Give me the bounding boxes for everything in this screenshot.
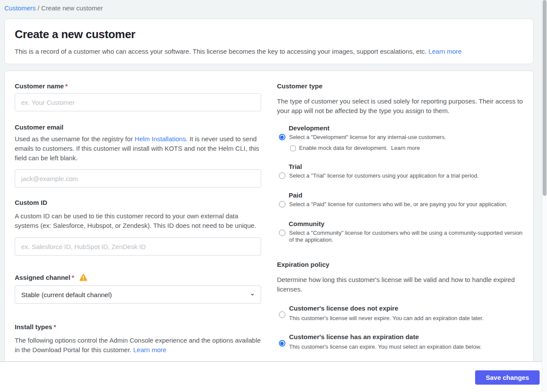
breadcrumb-customers-link[interactable]: Customers — [4, 4, 36, 12]
required-asterisk: * — [65, 82, 68, 90]
customer-email-description: Used as the username for the registry fo… — [15, 134, 261, 163]
form-card: Customer name* Customer email Used as th… — [4, 71, 534, 374]
form-left-column: Customer name* Customer email Used as th… — [15, 82, 261, 355]
paid-radio[interactable] — [279, 201, 285, 207]
community-option-description: Select a "Community" license for custome… — [289, 230, 524, 243]
custom-id-label: Custom ID — [15, 199, 261, 206]
install-types-label-text: Install types — [15, 323, 52, 330]
assigned-channel-label: Assigned channel* — [15, 274, 261, 281]
customer-name-input[interactable] — [15, 93, 261, 111]
assigned-channel-select[interactable]: Stable (current default channel) — [15, 285, 261, 304]
customer-email-input[interactable] — [15, 169, 261, 188]
customer-type-option-paid: Paid Select a "Paid" license for custome… — [277, 191, 524, 208]
community-option-label: Community — [289, 220, 524, 227]
breadcrumb-current: Create new customer — [41, 4, 103, 12]
customer-type-heading: Customer type — [277, 82, 524, 90]
development-option-label: Development — [289, 124, 524, 132]
required-asterisk: * — [71, 274, 74, 281]
form-right-column: Customer type The type of customer you s… — [277, 82, 524, 355]
footer-action-bar: Save changes — [0, 361, 547, 392]
header-card: Create a new customer This is a record o… — [4, 19, 534, 64]
mock-data-checkbox-label: Enable mock data for development. — [299, 145, 388, 152]
save-changes-button[interactable]: Save changes — [475, 370, 540, 385]
scrollbar-thumb[interactable] — [543, 0, 547, 196]
page-title: Create a new customer — [15, 28, 523, 41]
customer-type-option-community: Community Select a "Community" license f… — [277, 220, 524, 243]
customer-type-option-trial: Trial Select a "Trial" license for custo… — [277, 163, 524, 179]
trial-option-label: Trial — [289, 163, 524, 170]
no-expire-option-label: Customer's license does not expire — [289, 305, 484, 312]
expiration-policy-heading: Expiration policy — [277, 261, 524, 268]
trial-option-description: Select a "Trial" license for customers u… — [289, 172, 479, 179]
development-option-description: Select a "Development" license for any i… — [289, 134, 447, 141]
warning-triangle-icon[interactable] — [79, 274, 87, 281]
mock-data-row: Enable mock data for development. Learn … — [290, 145, 524, 152]
paid-option-label: Paid — [289, 191, 524, 199]
required-asterisk: * — [54, 323, 56, 330]
scrollbar-track[interactable] — [542, 0, 547, 392]
custom-id-description: A custom ID can be used to tie this cust… — [15, 211, 261, 230]
no-expire-option-description: This customer's license will never expir… — [289, 315, 484, 322]
breadcrumb: Customers / Create new customer — [4, 4, 103, 12]
expiration-policy-description: Determine how long this customer's licen… — [277, 275, 524, 294]
customer-name-label-text: Customer name — [15, 82, 64, 90]
email-desc-before: Used as the username for the registry fo… — [15, 135, 135, 143]
license-does-not-expire-radio[interactable] — [279, 311, 285, 318]
community-radio[interactable] — [279, 230, 285, 236]
breadcrumb-separator: / — [38, 4, 41, 12]
expiration-option-has-date: Customer's license has an expiration dat… — [277, 333, 524, 350]
customer-type-option-development: Development Select a "Development" licen… — [277, 124, 524, 152]
customer-email-label: Customer email — [15, 123, 261, 131]
header-learn-more-link[interactable]: Learn more — [428, 48, 462, 55]
customer-name-label: Customer name* — [15, 82, 261, 90]
has-expiration-option-label: Customer's license has an expiration dat… — [289, 333, 482, 340]
install-types-description: The following options control the Admin … — [15, 336, 261, 355]
page-description: This is a record of a customer who can a… — [15, 48, 523, 55]
mock-data-learn-more-link[interactable]: Learn more — [391, 145, 420, 152]
install-types-label: Install types* — [15, 323, 261, 330]
install-types-learn-more-link[interactable]: Learn more — [133, 346, 166, 353]
trial-radio[interactable] — [279, 172, 285, 179]
assigned-channel-label-text: Assigned channel — [15, 274, 70, 281]
license-has-expiration-radio[interactable] — [279, 340, 285, 347]
helm-installations-link[interactable]: Helm Installations — [135, 135, 186, 143]
customer-type-description: The type of customer you select is used … — [277, 97, 524, 116]
expiration-option-no-expire: Customer's license does not expire This … — [277, 305, 524, 322]
mock-data-checkbox[interactable] — [290, 146, 296, 151]
development-radio[interactable] — [279, 134, 285, 140]
paid-option-description: Select a "Paid" license for customers wh… — [289, 201, 508, 208]
custom-id-input[interactable] — [15, 237, 261, 256]
has-expiration-option-description: This customer's license can expire. You … — [289, 343, 482, 350]
page-description-text: This is a record of a customer who can a… — [15, 48, 427, 55]
